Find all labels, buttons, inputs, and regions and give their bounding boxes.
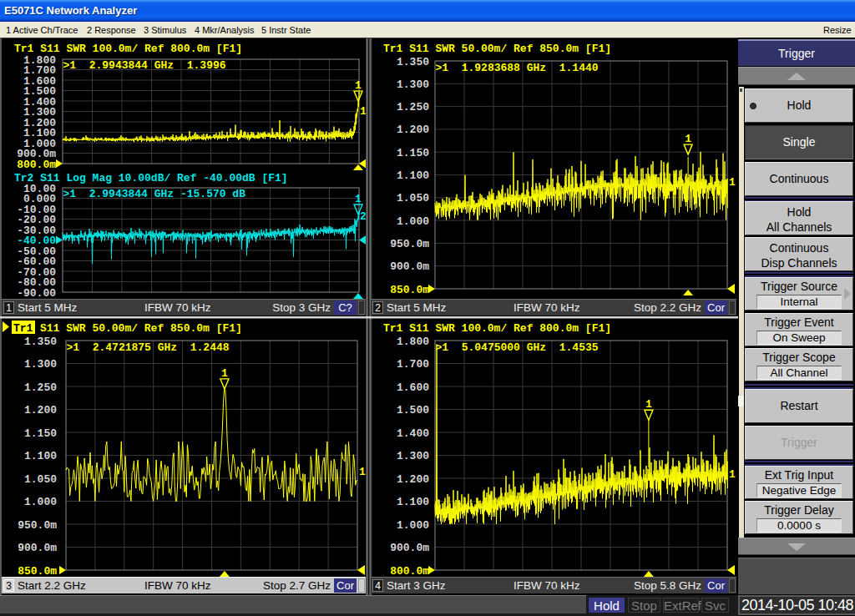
svg-text:1: 1: [685, 133, 691, 145]
svg-text:>1 5.0475000 GHz 1.4535: >1 5.0475000 GHz 1.4535: [436, 341, 599, 354]
svg-text:900.0m: 900.0m: [18, 542, 57, 554]
svg-text:Tr1 S11 SWR 100.0m/ Ref 800.0m: Tr1 S11 SWR 100.0m/ Ref 800.0m [F1]: [383, 322, 611, 335]
svg-text:1: 1: [355, 79, 362, 92]
svg-text:1.000: 1.000: [24, 496, 57, 508]
svg-text:1.100: 1.100: [397, 169, 429, 182]
svg-text:1.500: 1.500: [397, 404, 429, 417]
svg-text:S11 SWR 50.00m/ Ref 850.0m [F1: S11 SWR 50.00m/ Ref 850.0m [F1]: [40, 322, 242, 335]
svg-text:1: 1: [645, 398, 652, 411]
svg-text:1.050: 1.050: [24, 473, 57, 486]
svg-text:1: 1: [729, 176, 736, 189]
svg-text:>1 2.4721875 GHz 1.2448: >1 2.4721875 GHz 1.2448: [67, 341, 230, 354]
svg-text:1.000: 1.000: [397, 519, 429, 532]
svg-text:950.0m: 950.0m: [18, 519, 57, 532]
svg-text:900.0m: 900.0m: [390, 542, 429, 554]
svg-text:800.0m: 800.0m: [390, 565, 429, 578]
svg-text:950.0m: 950.0m: [390, 238, 429, 250]
svg-text:1: 1: [355, 193, 362, 205]
svg-text:900.0m: 900.0m: [390, 260, 429, 273]
svg-text:>1 2.9943844 GHz 1.3996: >1 2.9943844 GHz 1.3996: [63, 59, 226, 72]
svg-text:1.150: 1.150: [24, 427, 57, 440]
svg-text:1: 1: [221, 367, 228, 380]
svg-text:Tr1 S11 SWR 50.00m/ Ref 850.0m: Tr1 S11 SWR 50.00m/ Ref 850.0m [F1]: [383, 43, 611, 55]
svg-text:1.300: 1.300: [397, 450, 429, 462]
svg-text:1: 1: [360, 105, 367, 118]
svg-text:1.200: 1.200: [397, 473, 429, 486]
svg-text:800.0m: 800.0m: [17, 159, 56, 171]
svg-text:1.600: 1.600: [397, 381, 429, 394]
svg-text:1.350: 1.350: [397, 56, 429, 68]
svg-text:1.100: 1.100: [397, 496, 429, 508]
svg-text:850.0m: 850.0m: [18, 565, 57, 578]
svg-text:1.350: 1.350: [24, 336, 57, 348]
svg-text:1.300: 1.300: [24, 358, 57, 371]
svg-text:1.200: 1.200: [24, 404, 57, 417]
svg-text:1.800: 1.800: [397, 336, 429, 348]
svg-text:2: 2: [360, 210, 367, 223]
svg-text:1.050: 1.050: [397, 192, 429, 204]
svg-text:1.400: 1.400: [397, 427, 429, 440]
svg-text:>1 1.9283688 GHz 1.1440: >1 1.9283688 GHz 1.1440: [436, 62, 599, 74]
svg-text:1.150: 1.150: [397, 147, 429, 159]
svg-text:1.250: 1.250: [397, 101, 429, 114]
svg-text:1.200: 1.200: [397, 124, 429, 136]
svg-text:1: 1: [729, 468, 736, 481]
svg-text:850.0m: 850.0m: [390, 284, 429, 296]
svg-text:1.700: 1.700: [397, 358, 429, 371]
svg-text:1.300: 1.300: [397, 78, 429, 91]
svg-text:1.000: 1.000: [397, 215, 429, 228]
svg-text:1.250: 1.250: [24, 381, 57, 394]
svg-text:1.100: 1.100: [24, 450, 57, 462]
svg-text:>1 2.9943844 GHz -15.570 dB: >1 2.9943844 GHz -15.570 dB: [63, 188, 246, 200]
svg-text:1: 1: [359, 466, 366, 478]
svg-text:-90.00: -90.00: [17, 287, 56, 300]
svg-text:Tr1: Tr1: [13, 322, 33, 335]
